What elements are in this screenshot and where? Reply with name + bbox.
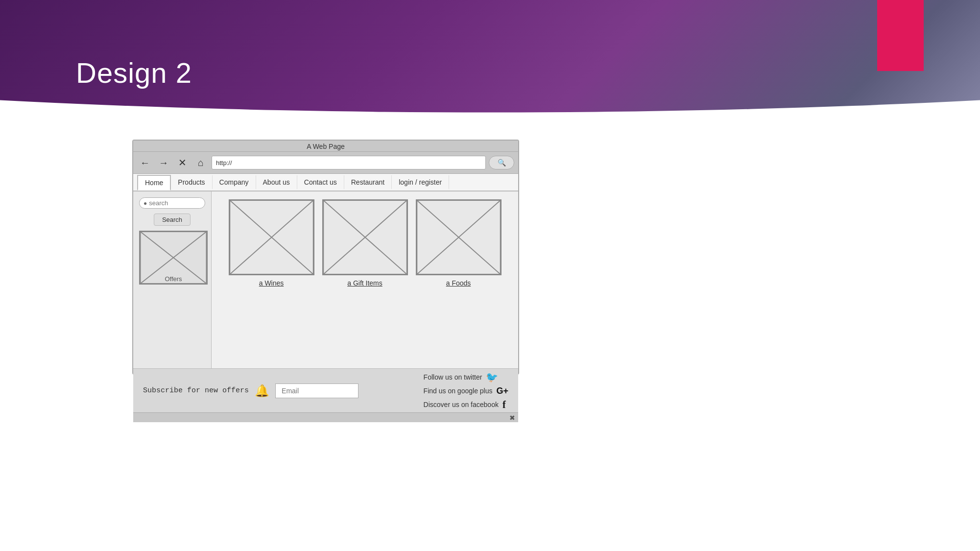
browser-window: A Web Page ← → ✕ ⌂ 🔍 Home Products Compa… [132, 140, 519, 375]
twitter-icon: 🐦 [486, 371, 498, 383]
browser-footer: Subscribe for new offers 🔔 Follow us on … [133, 368, 518, 412]
bell-icon: 🔔 [255, 384, 269, 398]
close-button[interactable]: ✕ [174, 155, 190, 170]
forward-button[interactable]: → [156, 155, 171, 170]
gift-items-link[interactable]: a Gift Items [347, 279, 382, 287]
social-twitter: Follow us on twitter 🐦 [424, 371, 499, 383]
status-bar: ✖ [133, 412, 518, 422]
facebook-label: Discover us on facebook [424, 401, 499, 408]
facebook-icon: f [502, 399, 506, 410]
twitter-label: Follow us on twitter [424, 373, 482, 381]
nav-about[interactable]: About us [256, 175, 297, 189]
browser-content: ● Search Offers [133, 192, 518, 368]
wines-link[interactable]: a Wines [259, 279, 284, 287]
pink-rectangle [877, 0, 924, 71]
sidebar: ● Search Offers [133, 192, 212, 368]
product-image-gift [322, 199, 408, 275]
foods-link[interactable]: a Foods [446, 279, 471, 287]
product-card-wines: a Wines [229, 199, 314, 287]
nav-restaurant[interactable]: Restaurant [344, 175, 392, 189]
subscribe-area: Subscribe for new offers 🔔 [143, 383, 359, 398]
email-input[interactable] [275, 383, 359, 398]
browser-toolbar: ← → ✕ ⌂ 🔍 [133, 152, 518, 174]
nav-company[interactable]: Company [213, 175, 256, 189]
search-field[interactable]: ● [139, 197, 205, 209]
social-facebook: Discover us on facebook f [424, 399, 506, 410]
offers-label: Offers [140, 274, 207, 284]
social-area: Follow us on twitter 🐦 Find us on google… [424, 371, 508, 410]
slide-title: Design 2 [76, 56, 192, 89]
product-card-foods: a Foods [416, 199, 502, 287]
product-card-gift: a Gift Items [322, 199, 408, 287]
products-area: a Wines a Gift Items [212, 192, 518, 368]
nav-home[interactable]: Home [137, 175, 171, 191]
googleplus-icon: G+ [496, 386, 508, 396]
subscribe-text: Subscribe for new offers [143, 386, 249, 395]
browser-search-button[interactable]: 🔍 [489, 156, 514, 169]
browser-titlebar: A Web Page [133, 141, 518, 152]
browser-title: A Web Page [307, 143, 345, 150]
nav-login[interactable]: login / register [392, 175, 449, 189]
social-googleplus: Find us on google plus G+ [424, 386, 508, 396]
product-image-foods [416, 199, 502, 275]
nav-bar: Home Products Company About us Contact u… [133, 174, 518, 192]
search-icon: 🔍 [498, 159, 506, 167]
googleplus-label: Find us on google plus [424, 387, 493, 395]
nav-products[interactable]: Products [171, 175, 212, 189]
back-button[interactable]: ← [137, 155, 153, 170]
product-image-wines [229, 199, 314, 275]
nav-contact[interactable]: Contact us [297, 175, 344, 189]
sidebar-image: Offers [139, 231, 208, 285]
status-icon: ✖ [509, 414, 515, 422]
address-bar[interactable] [212, 156, 486, 169]
home-button[interactable]: ⌂ [193, 155, 209, 170]
search-icon: ● [143, 200, 147, 207]
products-grid: a Wines a Gift Items [219, 199, 510, 287]
search-submit-button[interactable]: Search [154, 214, 191, 226]
search-input[interactable] [149, 199, 193, 207]
